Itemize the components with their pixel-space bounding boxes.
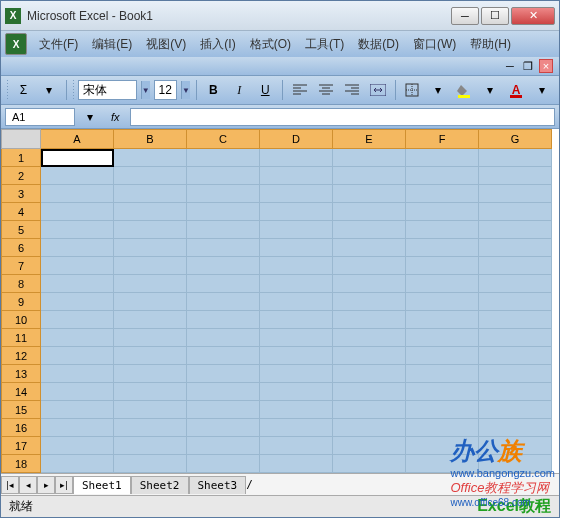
cell[interactable]: [260, 293, 333, 311]
cell[interactable]: [333, 149, 406, 167]
column-header[interactable]: F: [406, 129, 479, 149]
cell[interactable]: [114, 419, 187, 437]
cell[interactable]: [260, 365, 333, 383]
formula-input[interactable]: [130, 108, 555, 126]
cell[interactable]: [406, 383, 479, 401]
borders-button[interactable]: [401, 79, 423, 101]
row-header[interactable]: 1: [1, 149, 41, 167]
row-header[interactable]: 7: [1, 257, 41, 275]
cell[interactable]: [260, 203, 333, 221]
cell[interactable]: [333, 401, 406, 419]
align-left-button[interactable]: [289, 79, 311, 101]
row-header[interactable]: 12: [1, 347, 41, 365]
cell[interactable]: [406, 437, 479, 455]
cell[interactable]: [260, 437, 333, 455]
row-header[interactable]: 15: [1, 401, 41, 419]
maximize-button[interactable]: ☐: [481, 7, 509, 25]
cell[interactable]: [114, 149, 187, 167]
row-header[interactable]: 10: [1, 311, 41, 329]
cell[interactable]: [479, 221, 552, 239]
cell[interactable]: [187, 293, 260, 311]
cell[interactable]: [333, 365, 406, 383]
row-header[interactable]: 3: [1, 185, 41, 203]
cell[interactable]: [333, 167, 406, 185]
cell[interactable]: [114, 203, 187, 221]
cell[interactable]: [260, 419, 333, 437]
doc-close-button[interactable]: ×: [539, 59, 553, 73]
cell[interactable]: [41, 347, 114, 365]
toolbar-grip[interactable]: [73, 80, 74, 100]
cell[interactable]: [260, 257, 333, 275]
cell[interactable]: [41, 455, 114, 473]
cell[interactable]: [479, 419, 552, 437]
cell[interactable]: [114, 329, 187, 347]
menu-view[interactable]: 视图(V): [140, 34, 192, 55]
fx-label[interactable]: fx: [105, 111, 126, 123]
cell[interactable]: [333, 293, 406, 311]
cell[interactable]: [406, 185, 479, 203]
cell[interactable]: [114, 221, 187, 239]
cell[interactable]: [406, 221, 479, 239]
cell[interactable]: [114, 311, 187, 329]
row-header[interactable]: 16: [1, 419, 41, 437]
cell[interactable]: [41, 257, 114, 275]
font-size-select[interactable]: 12: [154, 80, 177, 100]
cell[interactable]: [260, 347, 333, 365]
last-sheet-button[interactable]: ▸|: [55, 476, 73, 494]
dropdown-icon[interactable]: ▾: [38, 79, 60, 101]
cell[interactable]: [41, 419, 114, 437]
dropdown-icon[interactable]: ▾: [479, 79, 501, 101]
cell[interactable]: [41, 275, 114, 293]
first-sheet-button[interactable]: |◂: [1, 476, 19, 494]
cell[interactable]: [406, 311, 479, 329]
cell[interactable]: [187, 419, 260, 437]
toolbar-grip[interactable]: [7, 80, 8, 100]
cell[interactable]: [479, 347, 552, 365]
cell[interactable]: [114, 239, 187, 257]
cell[interactable]: [187, 347, 260, 365]
cell[interactable]: [114, 365, 187, 383]
menu-window[interactable]: 窗口(W): [407, 34, 462, 55]
column-header[interactable]: A: [41, 129, 114, 149]
cell[interactable]: [187, 311, 260, 329]
cell[interactable]: [260, 455, 333, 473]
cell[interactable]: [479, 185, 552, 203]
cell[interactable]: [187, 221, 260, 239]
cell[interactable]: [406, 203, 479, 221]
cell[interactable]: [479, 383, 552, 401]
cell[interactable]: [187, 329, 260, 347]
cell[interactable]: [406, 365, 479, 383]
cell[interactable]: [187, 401, 260, 419]
fill-color-button[interactable]: [453, 79, 475, 101]
column-header[interactable]: B: [114, 129, 187, 149]
menu-edit[interactable]: 编辑(E): [86, 34, 138, 55]
merge-center-button[interactable]: [367, 79, 389, 101]
cell[interactable]: [333, 437, 406, 455]
close-button[interactable]: ✕: [511, 7, 555, 25]
column-header[interactable]: G: [479, 129, 552, 149]
cell[interactable]: [41, 203, 114, 221]
cell[interactable]: [479, 437, 552, 455]
name-box[interactable]: A1: [5, 108, 75, 126]
cell[interactable]: [479, 239, 552, 257]
row-header[interactable]: 4: [1, 203, 41, 221]
cell[interactable]: [41, 365, 114, 383]
cell[interactable]: [114, 401, 187, 419]
cell[interactable]: [41, 185, 114, 203]
sheet-tab-2[interactable]: Sheet2: [131, 476, 189, 494]
cell[interactable]: [114, 383, 187, 401]
cell[interactable]: [41, 167, 114, 185]
minimize-button[interactable]: ─: [451, 7, 479, 25]
cell[interactable]: [187, 437, 260, 455]
menu-insert[interactable]: 插入(I): [194, 34, 241, 55]
sheet-tab-1[interactable]: Sheet1: [73, 476, 131, 494]
cell[interactable]: [41, 239, 114, 257]
cell[interactable]: [187, 455, 260, 473]
cell[interactable]: [479, 275, 552, 293]
dropdown-icon[interactable]: ▾: [427, 79, 449, 101]
cell[interactable]: [333, 185, 406, 203]
cell[interactable]: [260, 311, 333, 329]
menu-file[interactable]: 文件(F): [33, 34, 84, 55]
cell[interactable]: [406, 293, 479, 311]
underline-button[interactable]: U: [254, 79, 276, 101]
